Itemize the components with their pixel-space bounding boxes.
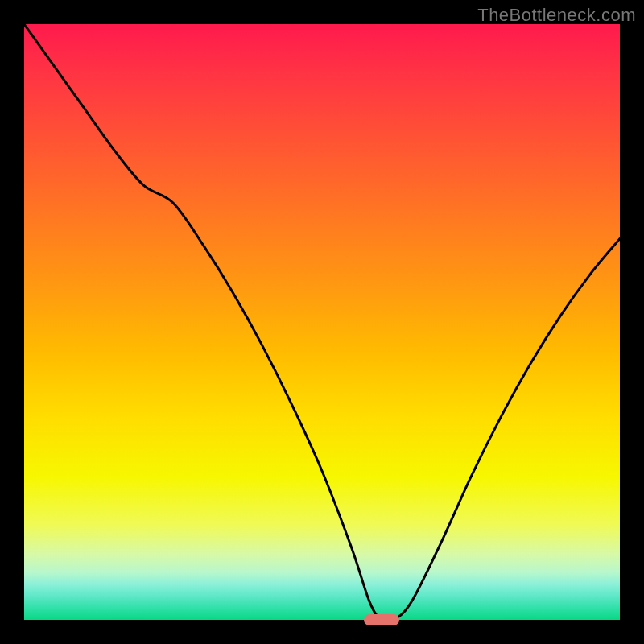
curve-path bbox=[24, 24, 620, 620]
minimum-marker bbox=[364, 614, 399, 626]
bottleneck-curve bbox=[24, 24, 620, 620]
watermark-label: TheBottleneck.com bbox=[477, 5, 636, 26]
plot-area bbox=[24, 24, 620, 620]
chart-container: TheBottleneck.com bbox=[0, 0, 644, 644]
